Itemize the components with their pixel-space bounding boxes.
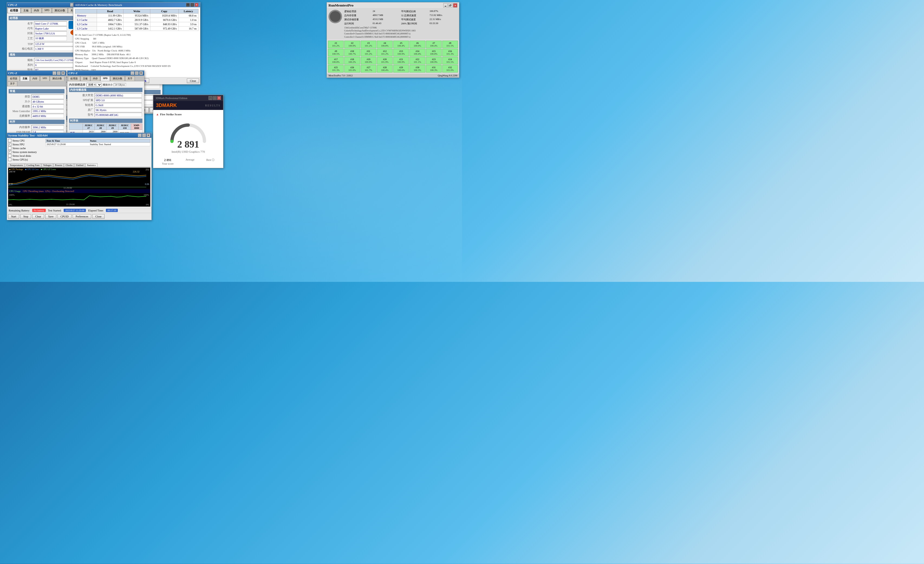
memtest-cell: #29100.6% bbox=[393, 65, 409, 73]
aida-minimize-btn[interactable]: _ bbox=[186, 3, 190, 7]
tdmark-score: 2 891 bbox=[177, 139, 200, 150]
spd-tab-proc[interactable]: 处理器 bbox=[68, 76, 80, 81]
l2-write: 551.37 GB/s bbox=[123, 22, 150, 27]
spd-minimize-btn[interactable]: _ bbox=[130, 71, 134, 75]
tab-voltages[interactable]: Voltages bbox=[41, 163, 53, 167]
tab-memory[interactable]: 内存 bbox=[32, 8, 42, 13]
stab-stop-btn[interactable]: Stop bbox=[20, 214, 31, 219]
remaining-battery-label: Remaining Battery: bbox=[9, 209, 30, 212]
pct100-label: 100% bbox=[144, 194, 149, 196]
mem-size-label: 大小 bbox=[9, 99, 31, 104]
mem-tab-about[interactable]: 关于 bbox=[8, 81, 17, 86]
avg-ratio-value: 100.87% bbox=[429, 10, 458, 13]
memtest-cell: #28100.4% bbox=[377, 65, 393, 73]
stab-cpuid-btn[interactable]: CPUID bbox=[57, 214, 72, 219]
stab-clear-btn[interactable]: Clear bbox=[32, 214, 44, 219]
elapsed-label: Elapsed Time: bbox=[88, 209, 104, 212]
tab-processor[interactable]: 处理器 bbox=[8, 8, 21, 13]
memtest-cell: #13100.9% bbox=[393, 49, 409, 56]
cpuz-mem-titlebar: CPU-Z _ □ ✕ bbox=[7, 70, 66, 75]
tab-statistics[interactable]: Statistics bbox=[85, 163, 98, 167]
mem-minimize-btn[interactable]: _ bbox=[52, 71, 56, 75]
stress-fpu-check[interactable] bbox=[8, 143, 11, 146]
spd-tab-spd[interactable]: SPD bbox=[100, 76, 110, 81]
l3-latency: 16.7 ns bbox=[178, 27, 198, 31]
stab-prefs-btn[interactable]: Preferences bbox=[73, 214, 91, 219]
aida-chipset: Chipset Intel Raptor Point-S B760, Intel… bbox=[75, 60, 198, 64]
cpuz-spd-title: CPU-Z bbox=[69, 72, 78, 75]
spd-tab-scores[interactable]: 测试分数 bbox=[110, 76, 125, 81]
tab-spd[interactable]: SPD bbox=[42, 8, 52, 13]
tdmark-minimize-btn[interactable]: _ bbox=[208, 96, 212, 100]
name-label: 名字 bbox=[9, 21, 34, 26]
tab-unified[interactable]: Unified bbox=[74, 163, 85, 167]
tdmark-score-title: Fire Strike Score bbox=[160, 112, 182, 116]
spd-close-btn[interactable]: ✕ bbox=[139, 71, 143, 75]
stab-close-btn-bottom[interactable]: Close bbox=[92, 214, 105, 219]
name-value: Intel Core i7 13700K bbox=[34, 21, 67, 26]
tab-motherboard[interactable]: 主板 bbox=[21, 8, 31, 13]
aida-maximize-btn[interactable]: □ bbox=[190, 3, 194, 7]
tab-clocks[interactable]: Clocks bbox=[64, 163, 74, 167]
mem-type-value: DDR5 bbox=[32, 94, 64, 99]
memtest-cell: #6100.0% bbox=[410, 40, 425, 48]
tab-cooling-fans[interactable]: Cooling Fans bbox=[25, 163, 41, 167]
mem-ctrl-value: 1995.1 MHz bbox=[32, 109, 64, 113]
spd-jedec7: JEDEC #7 bbox=[82, 124, 94, 130]
tdmark-logo: 3DMARK bbox=[156, 103, 177, 108]
spd-tab-about[interactable]: 关于 bbox=[125, 76, 135, 81]
stress-cache-item: Stress cache bbox=[8, 147, 44, 150]
stab-close-btn[interactable]: ✕ bbox=[147, 134, 150, 137]
tab-temperatures[interactable]: Temperatures bbox=[8, 163, 25, 167]
memtest-cell: #15100.8% bbox=[426, 49, 442, 56]
spd-slot-select[interactable]: 插槽 #1 bbox=[86, 83, 102, 87]
aida-cpu-type: 8C+8c Intel Core i7-13700K (Raptor Lake-… bbox=[75, 33, 198, 37]
mem-type-label: 类型 bbox=[9, 94, 31, 99]
stab-minimize-btn[interactable]: _ bbox=[138, 134, 142, 137]
aida-memory-type: Memory Type Quad Channel DDR5-8000 SDRAM… bbox=[75, 56, 198, 60]
memtest-cell: #25101.3% bbox=[328, 65, 344, 73]
stress-cpu-check[interactable] bbox=[8, 139, 11, 142]
stress-disk-label: Stress local disks bbox=[12, 154, 31, 158]
mem-tab-scores[interactable]: 测试分数 bbox=[50, 76, 64, 81]
stab-maximize-btn[interactable]: □ bbox=[142, 134, 146, 137]
spd-tab-mb[interactable]: 主板 bbox=[80, 76, 90, 81]
stress-sysmem-check[interactable] bbox=[8, 150, 11, 153]
mem-tab-spd[interactable]: SPD bbox=[40, 76, 50, 81]
stab-save-btn[interactable]: Save bbox=[45, 214, 56, 219]
mem-tab-mb[interactable]: 主板 bbox=[20, 76, 30, 81]
memtest-cell: #9100.5% bbox=[328, 49, 344, 56]
tdmark-close-btn[interactable]: ✕ bbox=[217, 96, 221, 100]
sys-info-line2: Controller0-ChannelA-DIMM0:G Skill Intl … bbox=[344, 32, 458, 35]
score-comparison-row: 2 891 Your score Average Best ⓘ bbox=[156, 158, 220, 165]
tdmark-results-body: ▲ Fire Strike Score 2 891 Intel(R) UHD G… bbox=[153, 110, 223, 168]
memtest-restore-btn[interactable]: 🗗 bbox=[448, 3, 453, 8]
aida-close-btn[interactable]: Close bbox=[187, 78, 199, 83]
stab-start-btn[interactable]: Start bbox=[8, 214, 19, 219]
tdmark-tab[interactable]: RESULTS bbox=[205, 104, 220, 107]
memtest-minimize-btn[interactable]: 🗕 bbox=[443, 3, 448, 8]
mem-tab-memory[interactable]: 内存 bbox=[30, 76, 40, 81]
stress-gpu-check[interactable] bbox=[8, 158, 11, 161]
spd-model-label: 型号 bbox=[70, 112, 94, 117]
mem-maximize-btn[interactable]: □ bbox=[57, 71, 61, 75]
stress-cache-check[interactable] bbox=[8, 147, 11, 150]
stress-cpu-item: Stress CPU bbox=[8, 139, 44, 142]
tdp-label: TDP bbox=[9, 42, 34, 46]
stress-disk-check[interactable] bbox=[8, 154, 11, 158]
spd-tab-memory[interactable]: 内存 bbox=[90, 76, 100, 81]
best-val: Best ⓘ bbox=[206, 158, 214, 165]
mem-tab-proc[interactable]: 处理器 bbox=[8, 76, 20, 81]
sys-info-cpu: 13thGenIntel(R)Core(TM)i7-13700K bbox=[344, 26, 458, 29]
tdmark-maximize-btn[interactable]: □ bbox=[213, 96, 217, 100]
tab-scores[interactable]: 测试分数 bbox=[52, 8, 68, 13]
memtest-close-btn[interactable]: ✕ bbox=[453, 3, 458, 8]
elapsed-run-value: 01:46:43 bbox=[373, 22, 400, 26]
tab-powers[interactable]: Powers bbox=[53, 163, 64, 167]
aida-close-btn[interactable]: ✕ bbox=[195, 3, 198, 7]
progress-value: 03:33:30 bbox=[429, 22, 458, 26]
aida-row-memory: Memory 111.99 GB/s 95324 MB/s 102014 MB/… bbox=[75, 14, 198, 18]
spd-maximize-btn[interactable]: □ bbox=[135, 71, 139, 75]
mem-close-btn[interactable]: ✕ bbox=[61, 71, 65, 75]
mem-latency: 68.8 ns bbox=[178, 14, 198, 18]
